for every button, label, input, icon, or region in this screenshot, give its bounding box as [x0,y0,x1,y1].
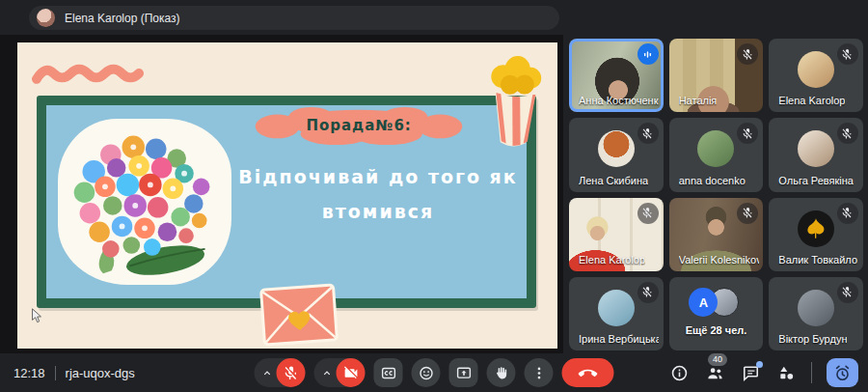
participant-name: Ольга Ревякіна [778,175,854,186]
participant-tile[interactable]: Наталія [669,39,764,112]
slide-title-line2: втомився [237,194,519,229]
flower-brain-illustration [58,119,231,285]
avatar [598,290,635,326]
screen-share-stage: Порада№6: Відпочивай до того як втомився [0,35,563,353]
popcorn-decoration [481,48,548,152]
mic-off-icon [737,123,758,144]
call-controls [255,358,614,387]
participant-name: anna docenko [679,175,746,186]
participants-grid: Анна Костюченко Наталія Elena Karolop Ле… [569,39,863,350]
mic-off-icon [837,282,858,303]
slide-title-line1: Відпочивай до того як [237,159,519,194]
participant-tile[interactable]: Valerii Kolesnikov [669,198,764,271]
camera-control-group [314,358,366,387]
bottom-bar: 12:18 rja-uqox-dgs [0,353,868,392]
leaf-icon [803,216,828,241]
divider [811,362,812,383]
top-bar: Elena Karolop (Показ) [0,0,868,35]
mic-off-icon [737,43,758,65]
mic-off-icon [637,123,659,144]
participant-tile[interactable]: Віктор Бурдун [769,277,863,350]
participant-name: Лена Скибина [579,175,648,186]
participant-name: Ірина Вербицька [579,333,659,345]
clock-time: 12:18 [14,366,45,380]
participant-tile[interactable]: Ірина Вербицька [569,277,664,350]
reactions-button[interactable] [412,358,441,387]
present-screen-button[interactable] [449,358,478,387]
participant-tile[interactable]: Валик Товкайло [769,198,863,271]
tip-badge: Порада№6: [253,105,465,146]
mic-off-icon [837,43,858,65]
chalkboard-frame: Порада№6: Відпочивай до того як втомився [37,96,536,308]
mic-off-icon [737,203,758,224]
mic-off-icon [837,203,858,224]
avatar [798,130,834,167]
participant-tile[interactable]: Лена Скибина [569,118,664,191]
captions-button[interactable] [374,358,403,387]
mic-off-icon [637,282,659,303]
overflow-avatars: A [689,288,743,319]
participant-name: Наталія [679,95,718,106]
avatar: A [689,288,718,317]
meeting-info: 12:18 rja-uqox-dgs [14,353,135,392]
mic-options-chevron-icon[interactable] [259,358,275,387]
presenter-avatar [37,9,55,27]
raise-hand-button[interactable] [487,358,516,387]
end-call-button[interactable] [562,358,614,387]
mic-control-group [255,358,306,387]
activities-button[interactable] [775,362,797,383]
audio-speaking-indicator-icon [637,43,659,65]
presentation-slide: Порада№6: Відпочивай до того як втомився [17,42,557,349]
more-options-button[interactable] [525,358,554,387]
avatar [798,210,834,247]
info-button[interactable] [668,362,690,383]
participant-name: Elena Karolop [778,95,845,106]
chat-notification-dot [756,361,763,368]
participant-name: Valerii Kolesnikov [679,254,759,266]
avatar [598,130,635,167]
mic-off-icon [837,123,858,144]
camera-off-button[interactable] [337,358,366,387]
overflow-participants-tile[interactable]: A Ещё 28 чел. [669,277,764,350]
mouse-cursor [31,308,42,323]
camera-options-chevron-icon[interactable] [319,358,335,387]
avatar [798,290,834,326]
timer-extension-button[interactable] [827,358,858,387]
main-area: Порада№6: Відпочивай до того як втомився [0,35,868,353]
slide-title: Відпочивай до того як втомився [237,159,519,229]
overflow-count-label: Ещё 28 чел. [669,324,764,336]
tip-badge-label: Порада№6: [253,105,465,146]
avatar [697,130,734,167]
participant-name: Валик Товкайло [778,254,857,266]
participant-tile[interactable]: Ольга Ревякіна [769,118,863,191]
participant-tile[interactable]: Анна Костюченко [569,39,664,112]
presenter-label: Elena Karolop (Показ) [65,12,180,25]
participant-count-badge: 40 [708,353,727,366]
mic-off-button[interactable] [277,358,306,387]
participant-name: Віктор Бурдун [778,333,847,345]
presenter-pill[interactable]: Elena Karolop (Показ) [29,6,559,30]
participant-tile[interactable]: Elena Karolop [569,198,664,271]
participant-tile[interactable]: Elena Karolop [769,39,863,112]
participant-name: Elena Karolop [579,254,645,266]
squiggle-decoration [31,58,145,91]
meeting-code: rja-uqox-dgs [55,366,135,380]
mic-off-icon [637,203,659,224]
meeting-panels: 40 [668,353,858,392]
envelope-decoration [258,282,339,347]
participant-name: Анна Костюченко [579,95,659,106]
avatar [798,51,834,88]
participant-tile[interactable]: anna docenko [669,118,764,191]
